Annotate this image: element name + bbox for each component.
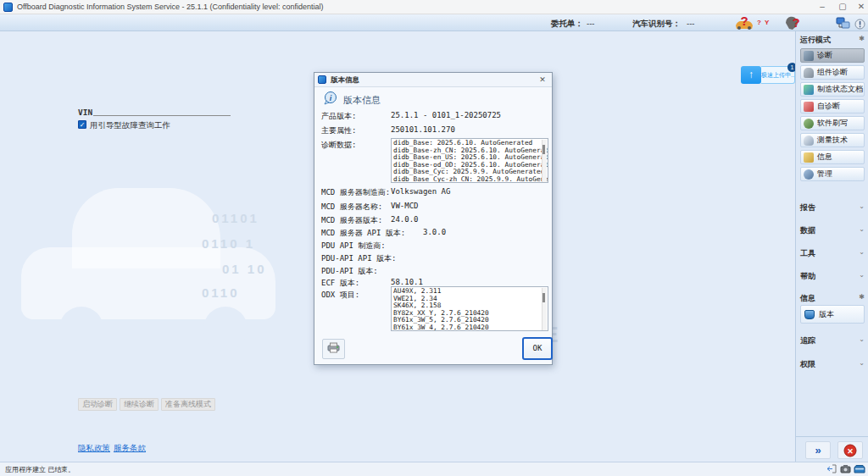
build-status-docs-icon bbox=[804, 85, 814, 95]
app-window: Offboard Diagnostic Information System S… bbox=[0, 0, 868, 476]
guided-fault-checkbox-label: 用引导型故障查询工作 bbox=[90, 120, 170, 131]
pdu-api-manufacturer-label: PDU API 制造商: bbox=[321, 241, 386, 252]
svg-text:?: ? bbox=[740, 14, 748, 28]
cancel-button[interactable]: ✕ bbox=[837, 441, 863, 459]
sidebar-item-label: 信息 bbox=[817, 152, 832, 163]
sidebar-item-component-diagnosis[interactable]: 组件诊断 bbox=[800, 65, 865, 80]
guided-fault-checkbox[interactable]: ✓ bbox=[78, 120, 86, 129]
section-info[interactable]: 信息✱ bbox=[800, 293, 865, 304]
version-icon bbox=[804, 310, 815, 319]
section-label: 数据 bbox=[800, 226, 815, 235]
print-button[interactable] bbox=[322, 339, 345, 359]
order-label: 委托单： bbox=[551, 19, 583, 30]
section-help[interactable]: 帮助⌄ bbox=[800, 271, 865, 282]
section-trace[interactable]: 追踪⌄ bbox=[800, 335, 865, 346]
vin-label: VIN bbox=[78, 108, 92, 117]
diagnostic-data-list[interactable]: didb_Base: 2025.6.10. AutoGenerated didb… bbox=[391, 138, 548, 183]
order-value: --- bbox=[587, 19, 595, 28]
sidebar-item-admin[interactable]: 管理 bbox=[800, 167, 865, 181]
collapse-icon[interactable]: ⌄ bbox=[859, 225, 865, 233]
collapse-icon[interactable]: ⌄ bbox=[859, 335, 865, 343]
info-icon: i bbox=[323, 91, 337, 104]
pin-icon[interactable]: ✱ bbox=[859, 35, 865, 42]
help-hint-text: ? Y bbox=[757, 19, 770, 26]
operating-mode-header[interactable]: 运行模式 ✱ bbox=[800, 35, 865, 46]
diagnostic-data-label: 诊断数据: bbox=[321, 140, 356, 151]
product-version-value: 25.1.1 - 0101_1-20250725 bbox=[391, 111, 501, 119]
dialog-close-icon[interactable]: ✕ bbox=[537, 75, 548, 86]
svg-text:✕: ✕ bbox=[847, 447, 854, 456]
maximize-button[interactable]: ▢ bbox=[836, 1, 849, 13]
section-reports[interactable]: 报告⌄ bbox=[800, 202, 865, 213]
sidebar-item-self-diagnosis[interactable]: 自诊断 bbox=[800, 99, 865, 113]
scrollbar-thumb[interactable] bbox=[542, 145, 545, 154]
sidebar-item-information[interactable]: 信息 bbox=[800, 150, 865, 164]
dialog-title-bar[interactable]: 版本信息 ✕ bbox=[314, 73, 552, 87]
divider bbox=[795, 436, 868, 437]
odx-projects-list[interactable]: AU49X, 2.311 VWE21, 2.34 SK46X, 2.158 BY… bbox=[391, 286, 548, 331]
vehicle-id-value: --- bbox=[687, 19, 695, 28]
scrollbar[interactable] bbox=[542, 288, 547, 331]
sidebar-item-label: 诊断 bbox=[817, 50, 832, 61]
measurement-icon bbox=[804, 136, 814, 146]
collapse-icon[interactable]: ⌄ bbox=[859, 248, 865, 256]
admin-icon bbox=[804, 169, 814, 180]
status-text: 应用程序建立 已结束。 bbox=[5, 465, 75, 474]
scrollbar[interactable] bbox=[542, 140, 547, 183]
pdu-api-api-version-label: PDU-API API 版本: bbox=[321, 253, 396, 264]
sidebar-item-build-status-docs[interactable]: 制造状态文档 bbox=[800, 82, 865, 97]
mcd-server-name-value: VW-MCD bbox=[391, 202, 419, 210]
data-box-icon[interactable] bbox=[854, 464, 865, 475]
scrollbar-thumb[interactable] bbox=[542, 293, 545, 302]
vehicle-id-label: 汽车识别号： bbox=[632, 19, 681, 30]
software-flash-icon bbox=[804, 119, 814, 129]
minimize-button[interactable]: – bbox=[815, 1, 829, 13]
sidebar-item-label: 组件诊断 bbox=[817, 67, 848, 78]
diagnosis-icon bbox=[804, 51, 814, 61]
continue-diagnosis-button[interactable]: 继续诊断 bbox=[120, 398, 159, 411]
operating-mode-title: 运行模式 bbox=[800, 36, 831, 44]
dialog-heading: 版本信息 bbox=[343, 94, 381, 107]
diagnosis-help-icon[interactable]: ? bbox=[783, 14, 805, 30]
privacy-policy-link[interactable]: 隐私政策 bbox=[78, 443, 110, 454]
section-tools[interactable]: 工具⌄ bbox=[800, 248, 865, 259]
product-version-label: 产品版本: bbox=[321, 111, 356, 122]
close-button[interactable]: ✕ bbox=[854, 1, 868, 13]
window-title: Offboard Diagnostic Information System S… bbox=[17, 3, 324, 11]
terms-of-service-link[interactable]: 服务条款 bbox=[114, 443, 146, 454]
exit-icon[interactable] bbox=[826, 464, 837, 475]
odx-projects-label: ODX 项目: bbox=[321, 290, 359, 301]
collapse-icon[interactable]: ⌄ bbox=[859, 271, 865, 279]
pin-icon[interactable]: ✱ bbox=[859, 293, 865, 301]
ecf-version-value: 58.10.1 bbox=[391, 278, 423, 286]
app-icon bbox=[3, 3, 13, 12]
sidebar-item-measurement[interactable]: 测量技术 bbox=[800, 133, 865, 147]
vin-input[interactable] bbox=[93, 104, 231, 116]
vehicle-help-icon[interactable]: ? bbox=[734, 14, 756, 30]
collapse-icon[interactable]: ⌄ bbox=[859, 359, 865, 367]
screenshot-icon[interactable] bbox=[840, 464, 851, 475]
ok-button[interactable]: OK bbox=[522, 337, 553, 360]
sidebar-item-label: 制造状态文档 bbox=[817, 84, 863, 95]
sidebar-item-software-flash[interactable]: 软件刷写 bbox=[800, 116, 865, 130]
mcd-manufacturer-value: Volkswagen AG bbox=[391, 187, 450, 196]
sidebar-item-diagnosis[interactable]: 诊断 bbox=[800, 48, 865, 63]
sidebar-item-version[interactable]: 版本 bbox=[800, 305, 865, 324]
component-diagnosis-icon bbox=[804, 68, 814, 78]
prepare-offline-mode-button[interactable]: 准备离线模式 bbox=[161, 398, 215, 411]
title-bar: Offboard Diagnostic Information System S… bbox=[0, 0, 868, 14]
collapse-icon[interactable]: ⌄ bbox=[859, 202, 865, 210]
sidebar-item-label: 管理 bbox=[817, 169, 832, 180]
self-diagnosis-icon bbox=[804, 102, 814, 112]
forward-button[interactable]: » bbox=[805, 441, 831, 459]
dialog-title: 版本信息 bbox=[331, 75, 359, 86]
section-label: 权限 bbox=[800, 360, 815, 368]
diag-line: didb_Base_Cyc-zh_CN: 2025.9.9. AutoGener… bbox=[393, 176, 539, 183]
odx-line: BY61x_3W_4, 2.7.6_210420 bbox=[393, 324, 539, 331]
mcd-server-version-value: 24.0.0 bbox=[391, 215, 419, 224]
pdu-api-version-label: PDU-API 版本: bbox=[321, 266, 378, 277]
section-data[interactable]: 数据⌄ bbox=[800, 225, 865, 236]
start-diagnosis-button[interactable]: 启动诊断 bbox=[78, 398, 117, 411]
section-permissions[interactable]: 权限⌄ bbox=[800, 359, 865, 370]
mcd-api-version-value: 3.0.0 bbox=[423, 228, 446, 236]
